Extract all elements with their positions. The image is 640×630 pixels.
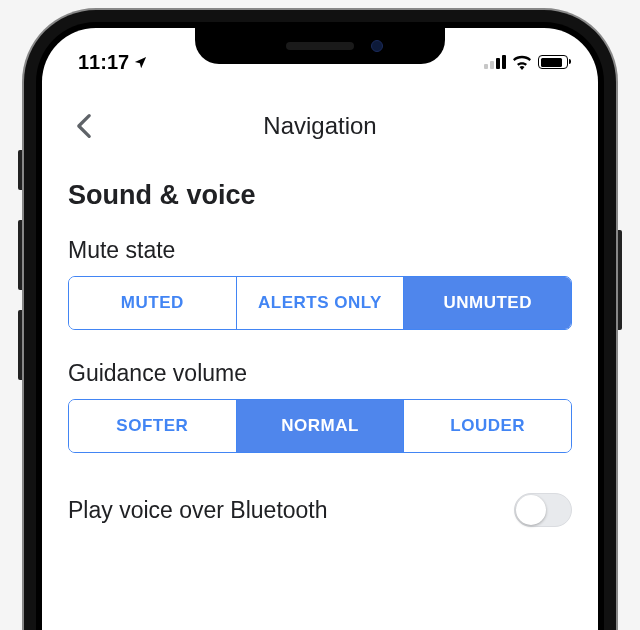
phone-frame: 11:17 Navigation xyxy=(24,10,616,630)
screen: 11:17 Navigation xyxy=(42,28,598,630)
phone-bezel: 11:17 Navigation xyxy=(36,22,604,630)
mute-option-unmuted[interactable]: UNMUTED xyxy=(404,277,571,329)
volume-option-louder[interactable]: LOUDER xyxy=(404,400,571,452)
front-camera xyxy=(371,40,383,52)
bluetooth-toggle[interactable] xyxy=(514,493,572,527)
battery-icon xyxy=(538,55,568,69)
bluetooth-row: Play voice over Bluetooth xyxy=(68,483,572,537)
toggle-knob xyxy=(516,495,546,525)
guidance-volume-label: Guidance volume xyxy=(68,360,572,387)
status-time: 11:17 xyxy=(78,51,129,74)
mute-option-alerts-only[interactable]: ALERTS ONLY xyxy=(237,277,405,329)
chevron-left-icon xyxy=(76,113,92,139)
mute-state-control: MUTED ALERTS ONLY UNMUTED xyxy=(68,276,572,330)
app-header: Navigation xyxy=(42,84,598,176)
battery-fill xyxy=(541,58,562,67)
earpiece-speaker xyxy=(286,42,354,50)
guidance-volume-control: SOFTER NORMAL LOUDER xyxy=(68,399,572,453)
mute-option-muted[interactable]: MUTED xyxy=(69,277,237,329)
cellular-icon xyxy=(484,55,506,69)
mute-state-label: Mute state xyxy=(68,237,572,264)
back-button[interactable] xyxy=(62,104,106,148)
notch xyxy=(195,28,445,64)
page-title: Navigation xyxy=(263,112,376,140)
location-icon xyxy=(133,55,148,70)
bluetooth-label: Play voice over Bluetooth xyxy=(68,497,328,524)
section-title: Sound & voice xyxy=(68,180,572,211)
status-time-group: 11:17 xyxy=(78,51,148,74)
volume-option-softer[interactable]: SOFTER xyxy=(69,400,237,452)
settings-content: Sound & voice Mute state MUTED ALERTS ON… xyxy=(42,176,598,537)
power-button xyxy=(616,230,622,330)
volume-option-normal[interactable]: NORMAL xyxy=(237,400,405,452)
status-indicators xyxy=(484,55,568,70)
wifi-icon xyxy=(512,55,532,70)
